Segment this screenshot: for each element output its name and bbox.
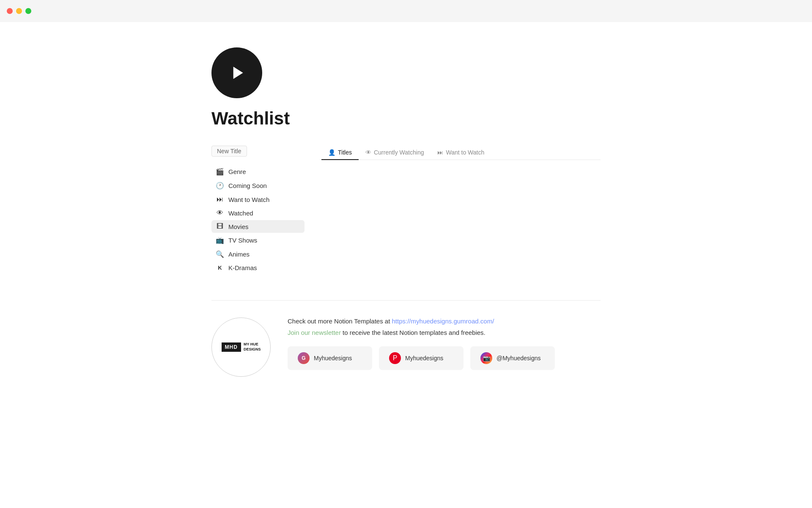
instagram-label: @Myhuedesigns	[497, 355, 541, 362]
sidebar-item-movies[interactable]: 🎞 Movies	[211, 220, 304, 233]
window-chrome	[0, 0, 812, 22]
gumroad-icon: G	[298, 352, 310, 364]
social-links: G Myhuedesigns P Myhuedesigns 📷 @Myhuede…	[288, 346, 601, 370]
newsletter-text: Join our newsletter to receive the lates…	[288, 329, 601, 336]
sidebar-item-tv-shows[interactable]: 📺 TV Shows	[211, 234, 304, 247]
social-card-instagram[interactable]: 📷 @Myhuedesigns	[470, 346, 555, 370]
bottom-description: Check out more Notion Templates at https…	[288, 318, 601, 325]
watched-icon: 👁	[216, 209, 224, 217]
sidebar-item-label: Genre	[228, 168, 246, 175]
coming-soon-icon: 🕐	[216, 182, 224, 190]
sidebar-item-label: Want to Watch	[228, 196, 269, 203]
page-icon	[211, 47, 262, 98]
page-title: Watchlist	[211, 108, 601, 129]
sidebar-item-k-dramas[interactable]: K K-Dramas	[211, 262, 304, 274]
tab-titles[interactable]: 👤 Titles	[321, 146, 359, 160]
want-to-watch-icon: ⏭	[216, 196, 224, 203]
sidebar-item-label: Animes	[228, 251, 250, 258]
titles-tab-icon: 👤	[328, 149, 335, 156]
tab-want-to-watch[interactable]: ⏭ Want to Watch	[431, 146, 491, 160]
main-wrapper: Watchlist New Title 🎬 Genre 🕐 Coming Soo…	[0, 0, 812, 394]
brand-name: MY HUE DESIGNS	[244, 342, 261, 352]
tab-content-area	[321, 170, 601, 255]
movies-icon: 🎞	[216, 223, 224, 230]
k-dramas-icon: K	[216, 265, 224, 271]
pinterest-icon: P	[389, 352, 401, 364]
pinterest-label: Myhuedesigns	[405, 355, 443, 362]
social-card-pinterest[interactable]: P Myhuedesigns	[379, 346, 464, 370]
minimize-button[interactable]	[16, 8, 22, 14]
sidebar-item-label: K-Dramas	[228, 264, 257, 271]
maximize-button[interactable]	[25, 8, 31, 14]
play-icon	[226, 62, 247, 83]
instagram-icon: 📷	[480, 352, 492, 364]
brand-logo-inner: MHD MY HUE DESIGNS	[222, 342, 261, 352]
sidebar-item-watched[interactable]: 👁 Watched	[211, 207, 304, 219]
animes-icon: 🔍	[216, 250, 224, 258]
sidebar-item-animes[interactable]: 🔍 Animes	[211, 248, 304, 261]
sidebar-item-want-to-watch[interactable]: ⏭ Want to Watch	[211, 193, 304, 206]
sidebar-item-label: Coming Soon	[228, 182, 267, 189]
want-to-watch-tab-icon: ⏭	[437, 149, 443, 156]
content-layout: New Title 🎬 Genre 🕐 Coming Soon ⏭ Want t…	[211, 146, 601, 275]
tabs-bar: 👤 Titles 👁 Currently Watching ⏭ Want to …	[321, 146, 601, 160]
sidebar-item-label: Watched	[228, 210, 253, 217]
gumroad-label: Myhuedesigns	[314, 355, 352, 362]
close-button[interactable]	[7, 8, 13, 14]
sidebar-item-genre[interactable]: 🎬 Genre	[211, 165, 304, 178]
sidebar-item-label: Movies	[228, 223, 249, 230]
sidebar: New Title 🎬 Genre 🕐 Coming Soon ⏭ Want t…	[211, 146, 304, 275]
currently-watching-tab-icon: 👁	[365, 149, 371, 156]
new-title-button[interactable]: New Title	[211, 146, 247, 157]
tab-label: Want to Watch	[446, 149, 484, 156]
new-title-label: New Title	[217, 148, 241, 155]
tab-label: Currently Watching	[374, 149, 424, 156]
social-card-gumroad[interactable]: G Myhuedesigns	[288, 346, 372, 370]
page-container: Watchlist New Title 🎬 Genre 🕐 Coming Soo…	[195, 22, 617, 394]
bottom-content: Check out more Notion Templates at https…	[288, 318, 601, 370]
sidebar-item-coming-soon[interactable]: 🕐 Coming Soon	[211, 179, 304, 192]
gumroad-link[interactable]: https://myhuedesigns.gumroad.com/	[392, 318, 494, 325]
main-content: 👤 Titles 👁 Currently Watching ⏭ Want to …	[321, 146, 601, 255]
newsletter-link[interactable]: Join our newsletter	[288, 329, 341, 336]
tv-shows-icon: 📺	[216, 236, 224, 244]
tab-currently-watching[interactable]: 👁 Currently Watching	[359, 146, 431, 160]
tab-label: Titles	[338, 149, 352, 156]
brand-logo: MHD MY HUE DESIGNS	[211, 318, 271, 377]
sidebar-item-label: TV Shows	[228, 237, 257, 244]
bottom-section: MHD MY HUE DESIGNS Check out more Notion…	[211, 300, 601, 377]
brand-abbr: MHD	[222, 342, 241, 352]
genre-icon: 🎬	[216, 168, 224, 176]
